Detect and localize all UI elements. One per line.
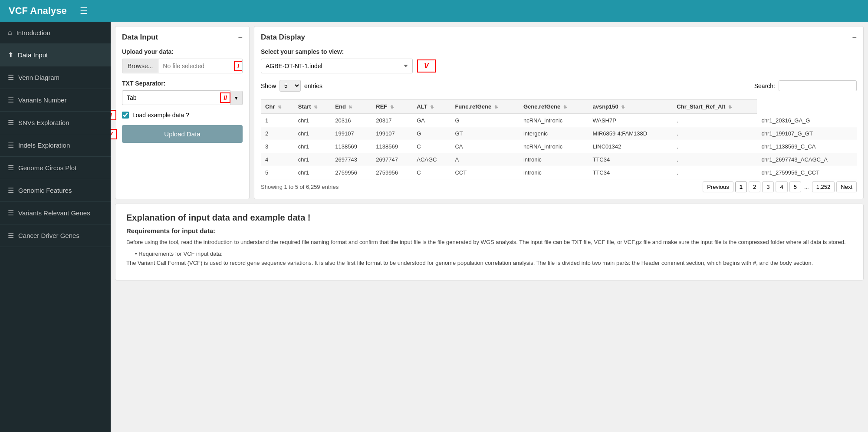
cell-start: 1138569: [331, 140, 372, 153]
cell-gene: LINC01342: [588, 140, 672, 153]
separator-row: Tab Comma Semicolon ▾ II: [122, 90, 243, 105]
cell-alt: G: [450, 114, 519, 127]
sidebar-item-label: Variants Relevant Genes: [18, 209, 90, 217]
sidebar-item-genomic-features[interactable]: ☰ Genomic Features: [0, 179, 111, 202]
sidebar-item-variants-number[interactable]: ☰ Variants Number: [0, 89, 111, 112]
main-layout: ⌂ Introduction ⬆ Data Input ☰ Venn Diagr…: [0, 22, 868, 432]
load-example-checkbox[interactable]: [122, 112, 129, 119]
home-icon: ⌂: [8, 29, 12, 36]
page-2-btn[interactable]: 2: [749, 181, 760, 192]
app-header: VCF Analyse ☰: [0, 0, 868, 22]
cell-func: ncRNA_intronic: [519, 140, 589, 153]
cell-start: 199107: [331, 127, 372, 140]
sidebar-item-cancer-driver-genes[interactable]: ☰ Cancer Driver Genes: [0, 224, 111, 247]
cell-chr-start: chr1_199107_G_GT: [757, 127, 857, 140]
list-icon-8: ☰: [8, 231, 14, 240]
sample-select-label: Select your samples to view:: [261, 48, 857, 55]
cell-ref: G: [412, 127, 450, 140]
cell-start: 2759956: [331, 166, 372, 179]
cell-start: 2697743: [331, 153, 372, 166]
sidebar: ⌂ Introduction ⬆ Data Input ☰ Venn Diagr…: [0, 22, 111, 432]
data-input-title: Data Input: [122, 33, 158, 42]
table-row: 3 chr1 1138569 1138569 C CA ncRNA_intron…: [261, 140, 857, 153]
page-4-btn[interactable]: 4: [776, 181, 787, 192]
col-header-ref: REF ⇅: [372, 100, 412, 114]
badge-I: I: [234, 61, 243, 71]
data-display-panel-header: Data Display −: [261, 33, 857, 42]
data-input-panel-header: Data Input −: [122, 33, 243, 42]
sample-select-row: AGBE-OT-NT-1.indel V: [261, 59, 857, 73]
col-header-alt: ALT ⇅: [412, 100, 450, 114]
page-5-btn[interactable]: 5: [789, 181, 801, 192]
page-1-btn[interactable]: 1: [735, 181, 747, 192]
cell-avsnp: .: [672, 127, 757, 140]
upload-data-button[interactable]: Upload Data: [122, 125, 243, 143]
sidebar-item-snvs-exploration[interactable]: ☰ SNVs Exploration: [0, 112, 111, 134]
cell-avsnp: .: [672, 153, 757, 166]
load-example-label: Load example data ?: [132, 112, 189, 119]
page-last-btn[interactable]: 1,252: [812, 181, 835, 192]
upload-label: Upload your data:: [122, 48, 243, 55]
sidebar-item-genome-circos-plot[interactable]: ☰ Genome Circos Plot: [0, 157, 111, 179]
sidebar-item-label: Genome Circos Plot: [18, 164, 76, 171]
badge-III: III: [111, 110, 116, 120]
cell-chr: chr1: [294, 127, 331, 140]
table-row: 2 chr1 199107 199107 G GT intergenic MIR…: [261, 127, 857, 140]
explanation-panel: Explanation of input data and example da…: [115, 204, 864, 280]
page-ellipsis: ...: [803, 182, 810, 192]
cell-ref: C: [412, 166, 450, 179]
search-input[interactable]: [779, 80, 857, 91]
menu-icon[interactable]: ☰: [80, 6, 88, 16]
cell-num: 4: [261, 153, 294, 166]
sidebar-item-label: Genomic Features: [18, 187, 72, 194]
cell-chr-start: chr1_2697743_ACAGC_A: [757, 153, 857, 166]
sidebar-item-indels-exploration[interactable]: ☰ Indels Exploration: [0, 134, 111, 157]
cell-ref: ACAGC: [412, 153, 450, 166]
cell-end: 2697747: [372, 153, 412, 166]
search-row: Search:: [754, 80, 857, 91]
list-icon-5: ☰: [8, 164, 14, 172]
list-icon-4: ☰: [8, 141, 14, 149]
list-icon-6: ☰: [8, 186, 14, 195]
browse-button[interactable]: Browse...: [122, 59, 158, 73]
badge-V: V: [417, 59, 436, 73]
page-3-btn[interactable]: 3: [762, 181, 774, 192]
cell-end: 20317: [372, 114, 412, 127]
sample-dropdown[interactable]: AGBE-OT-NT-1.indel: [261, 59, 413, 73]
cell-ref: GA: [412, 114, 450, 127]
app-title: VCF Analyse: [9, 5, 67, 16]
cell-num: 3: [261, 140, 294, 153]
sidebar-item-data-input[interactable]: ⬆ Data Input: [0, 44, 111, 66]
table-row: 4 chr1 2697743 2697747 ACAGC A intronic …: [261, 153, 857, 166]
requirements-subtitle: Requirements for input data:: [126, 227, 852, 234]
cell-start: 20316: [331, 114, 372, 127]
cell-gene: MIR6859-4;FAM138D: [588, 127, 672, 140]
next-page-btn[interactable]: Next: [836, 181, 857, 192]
previous-page-btn[interactable]: Previous: [703, 181, 733, 192]
load-example-row: III Load example data ?: [122, 112, 243, 119]
cell-chr: chr1: [294, 140, 331, 153]
cell-func: intronic: [519, 166, 589, 179]
table-header-row: Chr ⇅ Start ⇅ End ⇅ REF ⇅ ALT ⇅ Func.ref…: [261, 100, 857, 114]
upload-icon: ⬆: [8, 51, 13, 59]
table-controls-top: Show 5 10 25 50 entries Search:: [261, 80, 857, 96]
sidebar-item-variants-relevant-genes[interactable]: ☰ Variants Relevant Genes: [0, 202, 111, 224]
badge-IV: IV: [111, 129, 117, 139]
file-name-display: No file selected: [158, 59, 242, 73]
col-header-end: End ⇅: [331, 100, 372, 114]
cell-num: 1: [261, 114, 294, 127]
cell-chr: chr1: [294, 166, 331, 179]
data-display-minimize[interactable]: −: [852, 33, 857, 41]
cell-num: 2: [261, 127, 294, 140]
separator-select[interactable]: Tab Comma Semicolon: [122, 90, 230, 105]
cell-chr: chr1: [294, 153, 331, 166]
entries-select[interactable]: 5 10 25 50: [279, 80, 301, 92]
separator-dropdown-btn[interactable]: ▾: [230, 91, 243, 105]
cell-func: intergenic: [519, 127, 589, 140]
entries-label: entries: [304, 82, 322, 89]
data-input-minimize[interactable]: −: [238, 33, 243, 41]
sidebar-item-introduction[interactable]: ⌂ Introduction: [0, 22, 111, 44]
sidebar-item-venn-diagram[interactable]: ☰ Venn Diagram: [0, 66, 111, 89]
bullet-1: • Requirements for VCF input data:: [135, 251, 852, 257]
cell-end: 2759956: [372, 166, 412, 179]
